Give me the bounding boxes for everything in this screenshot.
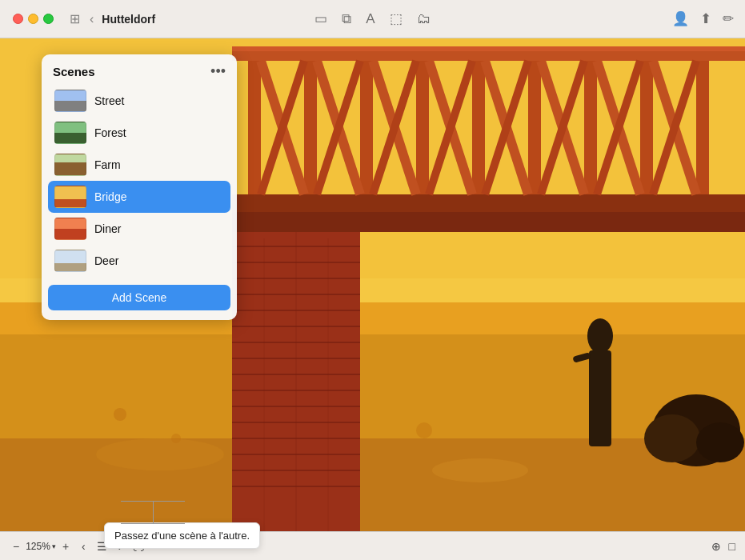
svg-rect-35 (640, 61, 653, 194)
list-item[interactable]: Forest (48, 117, 230, 149)
traffic-lights (0, 14, 54, 24)
scene-thumbnail-street (54, 90, 86, 112)
tooltip-callout: Passez d'une scène à l'autre. (104, 522, 260, 549)
list-item[interactable]: Deer (48, 245, 230, 277)
scene-thumbnail-forest (54, 122, 86, 144)
svg-rect-32 (472, 61, 485, 194)
minimize-button[interactable] (28, 14, 38, 24)
scenes-header: Scenes ••• (42, 54, 237, 85)
zoom-value[interactable]: 125% ▾ (26, 541, 56, 552)
svg-rect-27 (232, 212, 745, 232)
person-icon[interactable]: 👤 (672, 10, 689, 27)
prev-scene-button[interactable]: ‹ (78, 538, 89, 554)
add-scene-button[interactable]: Add Scene (48, 285, 230, 310)
svg-point-63 (171, 434, 181, 443)
layers-icon[interactable]: ⧉ (342, 11, 351, 27)
scene-thumbnail-bridge (54, 186, 86, 208)
fullscreen-button[interactable] (43, 14, 54, 24)
svg-rect-33 (528, 61, 541, 194)
svg-point-59 (696, 422, 744, 462)
titlebar: ⊞ ‹ Hutteldorf ▭ ⧉ A ⬚ 🗂 👤 ⬆ ✏ (0, 0, 745, 38)
scene-thumbnail-deer (54, 250, 86, 272)
statusbar-right: ⊕ □ (711, 540, 735, 553)
scenes-menu-button[interactable]: ••• (210, 64, 226, 78)
svg-point-54 (587, 318, 613, 354)
scene-label: Forest (94, 126, 126, 139)
scene-thumbnail-diner (54, 218, 86, 240)
svg-rect-31 (416, 61, 429, 194)
svg-point-62 (114, 408, 126, 421)
svg-rect-29 (304, 61, 317, 194)
rectangle-icon[interactable]: ▭ (314, 10, 327, 27)
toolbar-center: ▭ ⧉ A ⬚ 🗂 (314, 10, 430, 27)
page-title: Hutteldorf (102, 13, 155, 26)
sidebar-toggle-button[interactable]: ⊞ (66, 10, 83, 28)
zoom-controls: − 125% ▾ + (10, 538, 72, 554)
zoom-in-button[interactable]: + (59, 538, 72, 554)
scene-label: Diner (94, 222, 121, 235)
svg-rect-30 (360, 61, 373, 194)
scenes-panel: Scenes ••• Street Forest Farm Bridge Din… (42, 54, 237, 320)
text-icon[interactable]: A (366, 11, 375, 27)
scene-label: Bridge (94, 190, 126, 203)
list-item-active[interactable]: Bridge (48, 181, 230, 213)
tooltip-text: Passez d'une scène à l'autre. (114, 530, 250, 542)
scene-label: Deer (94, 254, 118, 267)
svg-point-64 (416, 422, 432, 438)
folder-icon[interactable]: 🗂 (417, 11, 431, 27)
svg-point-58 (644, 414, 700, 462)
scenes-title: Scenes (53, 65, 95, 78)
edit-icon[interactable]: ✏ (723, 10, 734, 27)
list-item[interactable]: Diner (48, 213, 230, 245)
svg-point-60 (96, 438, 224, 470)
svg-rect-28 (248, 61, 261, 194)
svg-rect-36 (696, 61, 709, 194)
list-item[interactable]: Street (48, 85, 230, 117)
scene-list: Street Forest Farm Bridge Diner Deer (42, 85, 237, 277)
scene-thumbnail-farm (54, 154, 86, 176)
svg-rect-26 (232, 194, 745, 212)
scene-label: Street (94, 94, 124, 107)
back-button[interactable]: ‹ (86, 10, 97, 28)
svg-rect-55 (589, 350, 611, 446)
image-icon[interactable]: ⬚ (390, 10, 403, 27)
svg-rect-34 (584, 61, 597, 194)
zoom-out-button[interactable]: − (10, 538, 22, 554)
close-button[interactable] (13, 14, 23, 24)
nav-controls: ⊞ ‹ (66, 10, 97, 28)
zoom-chevron-icon: ▾ (52, 542, 56, 550)
toolbar-right: 👤 ⬆ ✏ (672, 10, 734, 27)
scene-label: Farm (94, 158, 121, 171)
svg-rect-3 (0, 334, 745, 454)
svg-rect-53 (232, 46, 745, 51)
zoom-fit-button[interactable]: ⊕ (711, 540, 721, 553)
list-item[interactable]: Farm (48, 149, 230, 181)
svg-point-61 (432, 458, 528, 482)
share-icon[interactable]: ⬆ (700, 10, 711, 27)
panel-toggle-button[interactable]: □ (729, 540, 735, 553)
